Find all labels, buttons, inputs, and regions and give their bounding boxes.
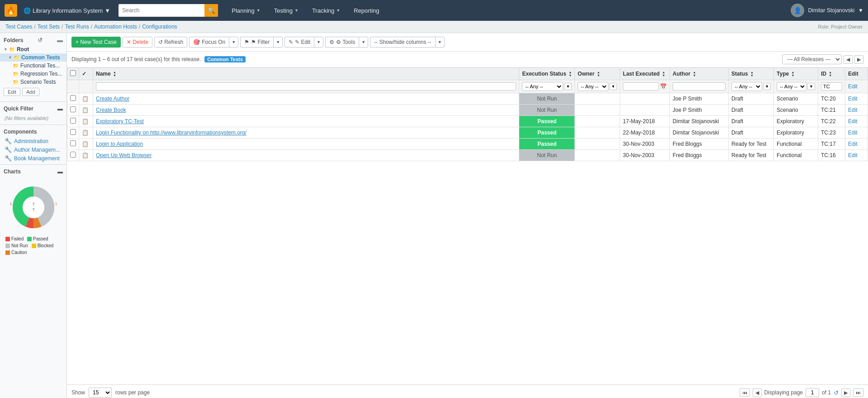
row-edit-link-4[interactable]: Edit [848, 141, 858, 147]
quick-filter-collapse-icon[interactable]: ▬ [57, 105, 63, 112]
delete-button[interactable]: ✕ Delete [123, 37, 152, 48]
page-refresh-icon[interactable]: ↺ [834, 389, 839, 396]
filter-dropdown[interactable]: ▼ [273, 37, 283, 48]
filter-button[interactable]: ⚑ ⚑ Filter [240, 37, 273, 48]
row-edit-link-2[interactable]: Edit [848, 118, 858, 125]
folder-regression-tests[interactable]: 📁 Regression Tes... [0, 70, 66, 78]
nav-testing[interactable]: Testing ▼ [268, 0, 305, 21]
common-tests-label: Common Tests [21, 54, 60, 61]
failed-dot [5, 237, 10, 241]
search-input[interactable] [119, 4, 204, 17]
edit-dropdown[interactable]: ▼ [314, 37, 323, 48]
folders-refresh-icon[interactable]: ↺ [38, 37, 43, 43]
folders-header: Folders ↺ ▬ [0, 35, 66, 45]
row-checkbox-2[interactable] [70, 118, 76, 124]
next-page-button[interactable]: ▶ [841, 388, 850, 397]
test-case-link-3[interactable]: Login Functionality on http://www.librar… [96, 129, 247, 136]
row-edit-link-3[interactable]: Edit [848, 129, 858, 136]
owner-filter-dropdown[interactable]: ▼ [609, 83, 617, 90]
nav-tracking[interactable]: Tracking ▼ [306, 0, 346, 21]
show-hide-button[interactable]: -- Show/hide columns -- [370, 37, 435, 48]
th-owner[interactable]: Owner ▲▼ [575, 68, 620, 80]
add-folder-button[interactable]: Add [22, 88, 39, 96]
release-nav-prev[interactable]: ◀ [844, 55, 853, 64]
name-filter-input[interactable] [96, 82, 516, 91]
test-case-link-2[interactable]: Exploratory TC-Test [96, 118, 144, 125]
component-book-management[interactable]: 🔧 Book Management [0, 154, 66, 163]
breadcrumb-configurations[interactable]: Configurations [142, 24, 177, 30]
exec-filter-dropdown[interactable]: ▼ [564, 83, 572, 90]
folders-collapse-icon[interactable]: ▬ [57, 37, 63, 43]
component-administration[interactable]: 🔧 Administration [0, 137, 66, 145]
tc-icon-4: 📋 [82, 141, 89, 147]
row-edit-link-0[interactable]: Edit [848, 96, 858, 102]
breadcrumb-test-sets[interactable]: Test Sets [38, 24, 60, 30]
th-last-executed[interactable]: Last Executed ▲▼ [620, 68, 670, 80]
component-author-management[interactable]: 🔧 Author Managem... [0, 145, 66, 154]
th-type[interactable]: Type ▲▼ [774, 68, 818, 80]
breadcrumb-automation-hosts[interactable]: Automation Hosts [94, 24, 137, 30]
test-case-link-0[interactable]: Create Author [96, 96, 129, 102]
charts-collapse-icon[interactable]: ▬ [57, 168, 63, 175]
last-page-button[interactable]: ⏭ [853, 388, 863, 397]
new-test-case-button[interactable]: + New Test Case [71, 37, 121, 48]
project-selector[interactable]: 🌐 Library Information System ▼ [24, 7, 110, 14]
exec-filter-select[interactable]: -- Any -- [522, 82, 563, 91]
user-menu[interactable]: 👤 Dimitar Stojanovski ▼ [791, 4, 863, 17]
show-hide-dropdown[interactable]: ▼ [435, 37, 445, 48]
row-edit-link-5[interactable]: Edit [848, 152, 858, 158]
row-checkbox-5[interactable] [70, 152, 76, 158]
nav-reporting[interactable]: Reporting [347, 0, 385, 21]
edit-folder-button[interactable]: Edit [4, 88, 20, 96]
row-checkbox-4[interactable] [70, 140, 76, 146]
calendar-icon[interactable]: 📅 [660, 83, 667, 90]
folder-common-tests[interactable]: ▼ 📁 Common Tests [0, 53, 66, 62]
all-releases-select[interactable]: --- All Releases --- [782, 54, 842, 64]
th-id[interactable]: ID ▲▼ [818, 68, 845, 80]
id-filter-input[interactable] [821, 82, 842, 91]
app-logo[interactable]: 🔥 [5, 4, 17, 17]
breadcrumb-test-cases[interactable]: Test Cases [5, 24, 32, 30]
first-page-button[interactable]: ⏮ [740, 388, 750, 397]
folder-scenario-tests[interactable]: 📁 Scenario Tests [0, 78, 66, 86]
refresh-button[interactable]: ↺ Refresh [154, 37, 187, 48]
prev-page-button[interactable]: ◀ [753, 388, 762, 397]
row-checkbox-1[interactable] [70, 106, 76, 112]
focus-on-button[interactable]: 🎯 Focus On [189, 37, 229, 48]
folder-root[interactable]: ▼ 📁 Root [0, 45, 66, 53]
show-hide-split: -- Show/hide columns -- ▼ [370, 37, 445, 48]
th-execution-status[interactable]: Execution Status ▲▼ [519, 68, 575, 80]
status-filter-dropdown[interactable]: ▼ [763, 83, 771, 90]
nav-planning[interactable]: Planning ▼ [225, 0, 267, 21]
release-nav-next[interactable]: ▶ [854, 55, 863, 64]
th-author[interactable]: Author ▲▼ [670, 68, 729, 80]
th-status[interactable]: Status ▲▼ [729, 68, 774, 80]
quick-filter-section: Quick Filter ▬ (No filters available) [0, 104, 66, 123]
tools-button[interactable]: ⚙ ⚙ Tools [325, 37, 359, 48]
legend-notrun: Not Run [5, 243, 28, 248]
rows-per-page-select[interactable]: 15 25 50 100 [89, 388, 112, 398]
search-button[interactable]: 🔍 [204, 4, 218, 17]
test-case-link-1[interactable]: Create Book [96, 107, 126, 113]
type-filter-dropdown[interactable]: ▼ [807, 83, 815, 90]
row-checkbox-0[interactable] [70, 95, 76, 101]
test-case-link-4[interactable]: Login to Application [96, 141, 143, 147]
author-filter-input[interactable] [673, 82, 726, 91]
focus-on-dropdown[interactable]: ▼ [229, 37, 238, 48]
row-checkbox-3[interactable] [70, 129, 76, 135]
type-cell-2: Exploratory [774, 116, 818, 127]
page-number-input[interactable] [806, 388, 819, 397]
filter-edit-link[interactable]: Edit [848, 83, 858, 90]
folder-functional-tests[interactable]: 📁 Functional Tes... [0, 62, 66, 70]
tools-dropdown[interactable]: ▼ [359, 37, 368, 48]
owner-filter-select[interactable]: -- Any -- [578, 82, 608, 91]
type-filter-select[interactable]: -- Any -- [777, 82, 806, 91]
status-filter-select[interactable]: -- Any -- [731, 82, 762, 91]
th-name[interactable]: Name ▲▼ [93, 68, 519, 80]
breadcrumb-test-runs[interactable]: Test Runs [65, 24, 89, 30]
lastexec-filter-input[interactable] [623, 82, 659, 91]
select-all-checkbox[interactable] [70, 70, 76, 76]
edit-button[interactable]: ✎ ✎ Edit [285, 37, 314, 48]
test-case-link-5[interactable]: Open Up Web Browser [96, 152, 152, 158]
row-edit-link-1[interactable]: Edit [848, 107, 858, 113]
